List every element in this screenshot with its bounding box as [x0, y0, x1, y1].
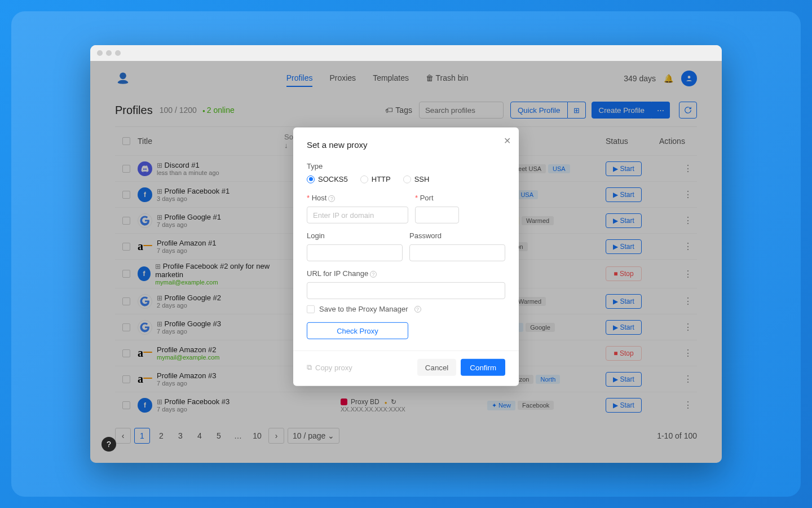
- url-label: URL for IP Change?: [307, 269, 505, 278]
- radio-ssh[interactable]: SSH: [403, 175, 430, 183]
- radio-http[interactable]: HTTP: [360, 175, 391, 183]
- login-input[interactable]: [307, 244, 403, 261]
- cancel-button[interactable]: Cancel: [417, 359, 457, 376]
- help-icon[interactable]: ?: [370, 271, 377, 278]
- modal-close-icon[interactable]: ✕: [504, 135, 511, 146]
- save-to-manager-row[interactable]: Save to the Proxy Manager ?: [307, 305, 505, 313]
- copy-proxy-label: Copy proxy: [315, 363, 352, 371]
- app-window: Profiles Proxies Templates 🗑 Trash bin 3…: [90, 45, 722, 463]
- host-label: Host?: [307, 194, 408, 202]
- host-input[interactable]: [307, 207, 408, 224]
- traffic-light-close[interactable]: [97, 50, 103, 56]
- confirm-button[interactable]: Confirm: [461, 359, 505, 376]
- traffic-light-max[interactable]: [115, 50, 121, 56]
- traffic-light-min[interactable]: [106, 50, 112, 56]
- save-to-manager-label: Save to the Proxy Manager: [319, 305, 408, 313]
- copy-proxy-button: ⧉ Copy proxy: [307, 363, 352, 372]
- help-icon[interactable]: ?: [328, 195, 335, 202]
- radio-socks5-label: SOCKS5: [318, 175, 348, 183]
- radio-icon: [403, 175, 411, 183]
- help-icon[interactable]: ?: [414, 305, 421, 312]
- macos-titlebar: [90, 45, 722, 61]
- password-label: Password: [409, 231, 505, 240]
- help-bubble-icon[interactable]: ?: [102, 437, 116, 452]
- password-input[interactable]: [409, 244, 505, 261]
- radio-icon: [307, 175, 315, 183]
- checkbox-icon: [307, 305, 315, 313]
- radio-ssh-label: SSH: [414, 175, 430, 183]
- copy-icon: ⧉: [307, 363, 312, 372]
- radio-icon: [360, 175, 368, 183]
- modal-title: Set a new proxy: [307, 140, 505, 150]
- proxy-type-radios: SOCKS5 HTTP SSH: [307, 175, 505, 183]
- type-label: Type: [307, 162, 505, 170]
- login-label: Login: [307, 231, 403, 240]
- radio-socks5[interactable]: SOCKS5: [307, 175, 348, 183]
- port-label: Port: [415, 194, 459, 202]
- check-proxy-button[interactable]: Check Proxy: [307, 322, 408, 339]
- radio-http-label: HTTP: [372, 175, 391, 183]
- port-input[interactable]: [415, 207, 459, 224]
- url-input[interactable]: [307, 282, 505, 299]
- proxy-modal: ✕ Set a new proxy Type SOCKS5 HTTP SSH H…: [293, 128, 519, 386]
